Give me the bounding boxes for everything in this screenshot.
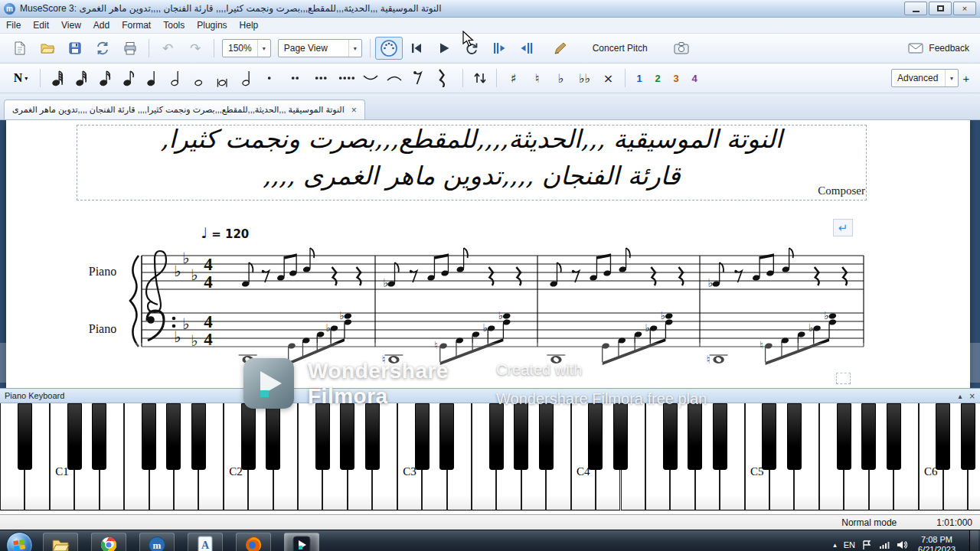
black-key-Ds1[interactable] — [92, 403, 106, 470]
network-icon[interactable] — [879, 540, 890, 549]
eighth-rest-button[interactable] — [406, 67, 430, 90]
view-mode-select[interactable]: Page View ▾ — [278, 39, 362, 57]
minimize-button[interactable] — [904, 2, 927, 15]
taskbar-musescore-button[interactable]: m — [139, 533, 175, 551]
black-key-Ds5[interactable] — [787, 403, 802, 470]
section-break-icon[interactable]: ↵ — [833, 219, 853, 236]
play-button[interactable] — [430, 37, 458, 60]
new-score-button[interactable] — [6, 37, 34, 60]
panel-collapse-icon[interactable]: ▴ — [959, 392, 962, 400]
close-button[interactable]: × — [953, 2, 976, 15]
undo-button[interactable]: ↶ — [154, 37, 181, 60]
menu-item-view[interactable]: View — [55, 18, 87, 32]
menu-item-help[interactable]: Help — [234, 18, 265, 32]
title-frame[interactable]: النوتة الموسيقية ,,,الحديثة,,,,للمقطع,,,… — [77, 125, 867, 201]
panel-close-icon[interactable]: × — [969, 392, 975, 400]
black-key-Gs3[interactable] — [514, 403, 528, 470]
black-key-As4[interactable] — [713, 403, 727, 470]
black-key-Cs2[interactable] — [241, 403, 256, 470]
staff2-label[interactable]: Piano — [78, 322, 127, 336]
taskbar-explorer-button[interactable] — [43, 533, 78, 551]
score-view[interactable]: ♭♭♭♭♭♭4444♭♭♭♮♮♭♭♭♭♭♮♮♭♭ النوتة الموسيقي… — [0, 120, 980, 388]
taskbar-filmora-button[interactable] — [284, 533, 319, 551]
menu-item-plugins[interactable]: Plugins — [191, 18, 233, 32]
start-button[interactable] — [6, 532, 33, 551]
add-workspace-button[interactable]: + — [959, 72, 974, 85]
black-key-Fs4[interactable] — [663, 403, 678, 470]
black-key-Fs1[interactable] — [142, 403, 156, 470]
taskbar-firefox-button[interactable] — [236, 533, 271, 551]
black-key-As2[interactable] — [365, 403, 380, 470]
duration-quarter-button[interactable] — [140, 67, 164, 90]
duration-64th-button[interactable] — [45, 67, 69, 90]
duration-16th-button[interactable] — [93, 67, 116, 90]
black-key-As1[interactable] — [191, 403, 206, 470]
black-key-As3[interactable] — [539, 403, 554, 470]
concert-pitch-toggle[interactable]: Concert Pitch — [585, 43, 655, 54]
rewind-button[interactable] — [403, 37, 430, 60]
menu-item-tools[interactable]: Tools — [157, 18, 191, 32]
taskbar-clock[interactable]: 7:08 PM 6/21/2023 — [914, 535, 959, 551]
black-key-Ds4[interactable] — [613, 403, 628, 470]
dot-3-button[interactable] — [311, 67, 335, 90]
voice-2-button[interactable]: 2 — [648, 67, 667, 90]
taskbar-word-button[interactable]: A — [188, 533, 223, 551]
midi-input-toggle[interactable] — [375, 37, 403, 60]
menu-item-file[interactable]: File — [0, 18, 27, 32]
loop-playback-button[interactable] — [458, 37, 485, 60]
loop-out-button[interactable] — [513, 37, 541, 60]
frame-handle[interactable] — [836, 373, 851, 384]
window-titlebar[interactable]: m MuseScore 3: النوتة الموسيقية ,,,الحدي… — [0, 0, 980, 18]
dot-2-button[interactable] — [287, 67, 311, 90]
note-input-button[interactable]: N ▾ — [6, 67, 35, 90]
black-key-Cs5[interactable] — [762, 403, 776, 470]
menu-item-add[interactable]: Add — [87, 18, 116, 32]
metronome-button[interactable] — [547, 37, 574, 60]
duration-32nd-button[interactable] — [69, 67, 93, 90]
black-key-Cs4[interactable] — [588, 403, 603, 470]
menu-item-format[interactable]: Format — [116, 18, 157, 32]
voice-4-button[interactable]: 4 — [685, 67, 704, 90]
double-flat-button[interactable]: ♭♭ — [573, 67, 596, 90]
language-indicator[interactable]: EN — [844, 540, 855, 549]
show-desktop-button[interactable] — [969, 530, 978, 551]
open-button[interactable] — [34, 37, 61, 60]
black-key-As5[interactable] — [887, 403, 901, 470]
duration-longa-button[interactable] — [235, 67, 259, 90]
staff1-label[interactable]: Piano — [78, 265, 127, 279]
black-key-Cs3[interactable] — [415, 403, 430, 470]
composer-label[interactable]: Composer — [766, 184, 865, 197]
rest-button[interactable] — [430, 67, 453, 90]
black-key-Fs5[interactable] — [837, 403, 851, 470]
duration-eighth-button[interactable] — [116, 67, 140, 90]
black-key-Ds2[interactable] — [266, 403, 280, 470]
black-key-As0[interactable] — [18, 403, 32, 470]
image-capture-button[interactable] — [668, 37, 695, 60]
duration-breve-button[interactable] — [211, 67, 235, 90]
volume-icon[interactable] — [897, 540, 907, 549]
maximize-button[interactable] — [929, 2, 952, 15]
black-key-Gs1[interactable] — [166, 403, 181, 470]
workspace-select[interactable]: Advanced ▾ — [891, 69, 959, 87]
redo-button[interactable]: ↷ — [181, 37, 209, 60]
black-key-Gs5[interactable] — [861, 403, 876, 470]
score-tab[interactable]: النوتة الموسيقية ,,,الحديثة,,,للمقطع,,,ب… — [4, 99, 365, 119]
duration-half-button[interactable] — [164, 67, 188, 90]
black-key-Ds6[interactable] — [961, 403, 975, 470]
voice-1-button[interactable]: 1 — [630, 67, 648, 90]
score-title-line1[interactable]: النوتة الموسيقية ,,,الحديثة,,,,للمقطع,,,… — [77, 124, 866, 154]
black-key-Fs2[interactable] — [315, 403, 330, 470]
taskbar-chrome-button[interactable] — [91, 533, 126, 551]
voice-3-button[interactable]: 3 — [667, 67, 685, 90]
black-key-Gs4[interactable] — [688, 403, 702, 470]
double-sharp-button[interactable]: × — [596, 67, 620, 90]
tab-close-icon[interactable]: × — [351, 105, 357, 116]
tie-button[interactable] — [358, 67, 382, 90]
flat-button[interactable]: ♭ — [549, 67, 573, 90]
sharp-button[interactable]: ♯ — [501, 67, 525, 90]
loop-in-button[interactable] — [485, 37, 513, 60]
feedback-button[interactable]: Feedback — [908, 43, 974, 54]
piano-keyboard[interactable]: C1C2C3C4C5C6 — [0, 403, 980, 510]
hidden-icons-chevron[interactable]: ▴ — [833, 541, 837, 549]
natural-button[interactable]: ♮ — [525, 67, 549, 90]
